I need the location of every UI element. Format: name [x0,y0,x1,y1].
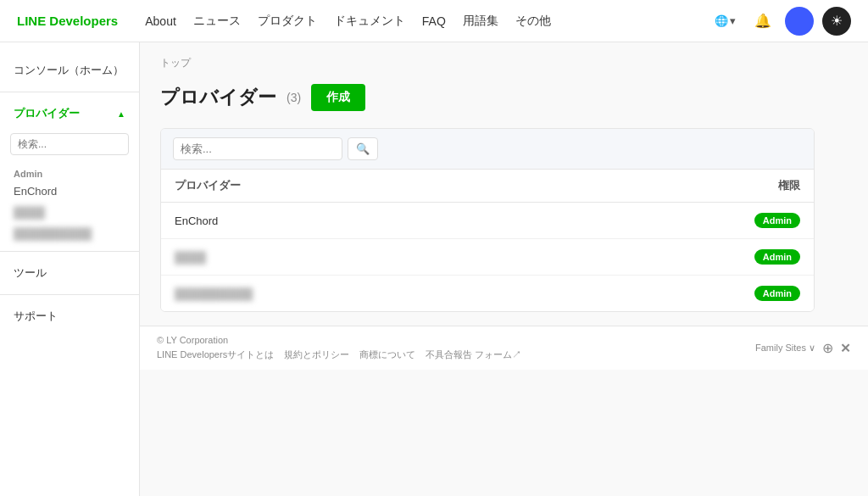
sidebar-admin-label: Admin [0,164,139,181]
breadcrumb: トップ [160,56,815,70]
row-name-2: ████ [175,251,206,264]
search-icon: 🔍 [356,142,370,155]
family-sites-button[interactable]: Family Sites ∨ [755,343,815,354]
top-nav: LINE Developers About ニュース プロダクト ドキュメント … [0,0,868,42]
sidebar-support[interactable]: サポート [0,302,139,331]
nav-right: 🌐 ▾ 🔔 ☀ [709,7,851,36]
col-provider-label: プロバイダー [175,178,241,193]
globe-icon: 🌐 [715,14,728,27]
dark-mode-button[interactable]: ☀ [822,7,851,36]
chevron-up-icon: ▲ [117,109,125,119]
page-title: プロバイダー [160,85,276,110]
language-button[interactable]: 🌐 ▾ [709,11,741,31]
sidebar-entry-enchord[interactable]: EnChord [0,181,139,202]
footer-links: LINE Developersサイトとは 規約とポリシー 商標について 不具合報… [157,348,521,361]
footer-report[interactable]: 不具合報告 フォーム↗ [426,348,521,361]
sidebar-tools[interactable]: ツール [0,259,139,287]
admin-badge-3: Admin [754,286,800,301]
avatar[interactable] [785,7,814,36]
sidebar-divider [0,92,139,92]
footer-about-line[interactable]: LINE Developersサイトとは [157,348,274,361]
nav-product[interactable]: プロダクト [258,14,317,29]
admin-badge-1: Admin [754,213,800,228]
footer: © LY Corporation LINE Developersサイトとは 規約… [140,326,868,370]
main-inner: トップ プロバイダー (3) 作成 🔍 プロバイダー 権限 [140,42,835,326]
nav-news[interactable]: ニュース [193,14,241,29]
nav-glossary[interactable]: 用語集 [463,14,498,29]
row-name-3: ██████████ [175,287,253,300]
nav-about[interactable]: About [145,14,176,28]
table-row[interactable]: ████ Admin [161,239,814,276]
circle-icon: ⊕ [822,340,833,356]
globe-arrow: ▾ [730,14,736,27]
sidebar-search-input[interactable] [10,133,129,155]
sidebar-divider-3 [0,294,139,295]
logo: LINE Developers [17,14,118,28]
notification-button[interactable]: 🔔 [749,8,776,35]
main-content: トップ プロバイダー (3) 作成 🔍 プロバイダー 権限 [140,42,868,496]
footer-copyright: © LY Corporation [157,335,521,345]
page-header: プロバイダー (3) 作成 [160,84,815,111]
sidebar-divider-2 [0,251,139,252]
nav-faq[interactable]: FAQ [422,14,446,28]
sidebar-entry-2[interactable]: ████ [0,202,139,223]
footer-left: © LY Corporation LINE Developersサイトとは 規約… [157,335,521,361]
row-name-1: EnChord [175,215,218,227]
sidebar-home[interactable]: コンソール（ホーム） [0,56,139,85]
footer-right: Family Sites ∨ ⊕ ✕ [755,340,851,356]
twitter-x-icon[interactable]: ✕ [840,341,851,356]
admin-badge-2: Admin [754,249,800,265]
table-row[interactable]: ██████████ Admin [161,276,814,311]
provider-count: (3) [287,91,301,104]
table-search-bar: 🔍 [161,129,814,170]
moon-icon: ☀ [831,13,843,29]
provider-table: 🔍 プロバイダー 権限 EnChord Admin ████ Admin [160,128,815,312]
footer-trademark[interactable]: 商標について [359,348,415,361]
table-search-input[interactable] [173,137,342,160]
nav-links: About ニュース プロダクト ドキュメント FAQ 用語集 その他 [145,14,551,29]
table-header: プロバイダー 権限 [161,170,814,203]
sidebar-provider[interactable]: プロバイダー ▲ [0,99,139,128]
table-search-button[interactable]: 🔍 [348,137,378,160]
col-rights-label: 権限 [778,178,800,193]
sidebar: コンソール（ホーム） プロバイダー ▲ Admin EnChord ████ █… [0,42,140,496]
footer-policy[interactable]: 規約とポリシー [284,348,349,361]
sidebar-provider-label: プロバイダー [14,106,80,121]
nav-other[interactable]: その他 [515,14,551,29]
bell-icon: 🔔 [754,13,771,29]
nav-docs[interactable]: ドキュメント [334,14,405,29]
table-row[interactable]: EnChord Admin [161,203,814,239]
create-button[interactable]: 作成 [311,84,365,111]
sidebar-entry-3[interactable]: ██████████ [0,223,139,244]
layout: コンソール（ホーム） プロバイダー ▲ Admin EnChord ████ █… [0,42,868,496]
